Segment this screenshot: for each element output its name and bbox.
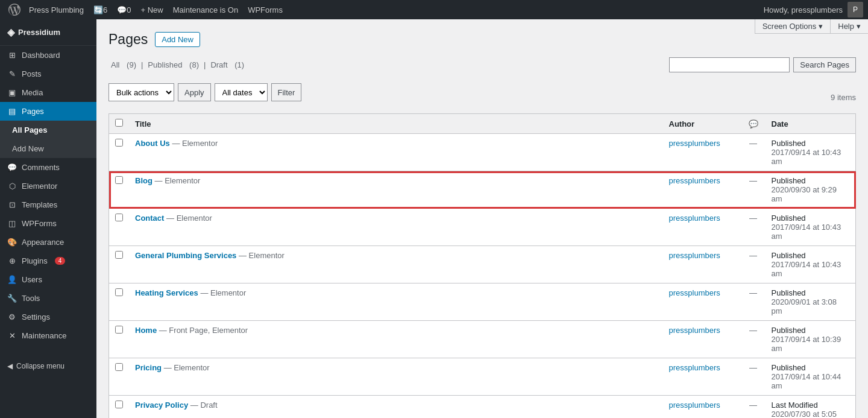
author-link[interactable]: pressplumbers — [669, 326, 720, 335]
sidebar-item-wpforms[interactable]: ◫ WPForms — [0, 214, 96, 233]
row-author-cell: pressplumbers — [663, 209, 741, 246]
table-header-date[interactable]: Date — [766, 114, 856, 134]
admin-bar: Press Plumbing 🔄 6 💬 0 + New Maintenance… — [0, 0, 868, 19]
filter-row: Bulk actions Apply All dates Filter — [108, 83, 301, 101]
collapse-icon: ◀ — [7, 362, 13, 370]
page-title-suffix: — Elementor — [155, 176, 201, 185]
updates-icon: 🔄 — [93, 5, 103, 14]
author-link[interactable]: pressplumbers — [669, 176, 720, 185]
screen-options-button[interactable]: Screen Options ▾ — [755, 19, 831, 34]
adminbar-updates[interactable]: 🔄 6 — [89, 0, 112, 19]
author-link[interactable]: pressplumbers — [669, 214, 720, 223]
settings-icon: ⚙ — [7, 312, 17, 321]
bulk-actions-select[interactable]: Bulk actions — [108, 83, 174, 101]
row-checkbox[interactable] — [115, 363, 123, 371]
comment-dash: — — [749, 401, 757, 410]
sidebar-item-settings[interactable]: ⚙ Settings — [0, 308, 96, 326]
page-title-suffix: — Elementor — [166, 214, 212, 223]
dates-select[interactable]: All dates — [215, 83, 268, 101]
row-checkbox[interactable] — [115, 176, 123, 184]
filter-all-link[interactable]: All (9) — [108, 60, 139, 69]
sidebar-item-users[interactable]: 👤 Users — [0, 270, 96, 289]
sidebar-item-posts[interactable]: ✎ Posts — [0, 65, 96, 83]
sidebar-item-appearance[interactable]: 🎨 Appearance — [0, 233, 96, 252]
row-checkbox[interactable] — [115, 288, 123, 296]
adminbar-wpforms[interactable]: WPForms — [243, 0, 288, 19]
page-title-link[interactable]: Home — [135, 326, 157, 335]
search-pages-button[interactable]: Search Pages — [793, 57, 856, 72]
row-date-cell: Published 2017/09/14 at 10:44 am — [766, 358, 856, 396]
page-title-link[interactable]: Heating Services — [135, 288, 198, 297]
filter-button[interactable]: Filter — [271, 83, 302, 101]
pages-table: Title Author 💬 Date — [108, 113, 856, 418]
sidebar-item-plugins[interactable]: ⊕ Plugins 4 — [0, 252, 96, 270]
page-title-link[interactable]: Blog — [135, 176, 153, 185]
row-checkbox[interactable] — [115, 139, 123, 147]
add-new-button[interactable]: Add New — [155, 32, 200, 47]
author-link[interactable]: pressplumbers — [669, 288, 720, 297]
sidebar-item-pages[interactable]: ▤ Pages — [0, 102, 96, 121]
row-comment-cell: — — [741, 209, 766, 246]
author-link[interactable]: pressplumbers — [669, 139, 720, 148]
sidebar-item-dashboard[interactable]: ⊞ Dashboard — [0, 46, 96, 65]
adminbar-comments[interactable]: 💬 0 — [112, 0, 136, 19]
table-row: Blog — Elementor pressplumbers — Publish… — [109, 171, 856, 209]
search-pages-input[interactable] — [669, 57, 790, 72]
chevron-down-icon: ▾ — [819, 22, 823, 31]
filter-published-link[interactable]: Published (8) — [145, 60, 201, 69]
author-link[interactable]: pressplumbers — [669, 363, 720, 372]
table-header-comments[interactable]: 💬 — [741, 114, 766, 134]
row-comment-cell: — — [741, 283, 766, 321]
page-title-link[interactable]: Privacy Policy — [135, 401, 188, 410]
chevron-down-icon: ▾ — [857, 22, 861, 31]
wp-logo[interactable] — [5, 0, 24, 19]
sidebar-brand: ◈ Pressidium — [0, 19, 96, 46]
sidebar-item-media[interactable]: ▣ Media — [0, 83, 96, 102]
row-title-cell: About Us — Elementor — [129, 134, 663, 171]
row-checkbox[interactable] — [115, 401, 123, 408]
sidebar-item-templates[interactable]: ⊡ Templates — [0, 195, 96, 214]
date-value: 2017/09/14 at 10:43 am — [772, 223, 841, 241]
row-checkbox[interactable] — [115, 326, 123, 334]
date-value: 2017/09/14 at 10:44 am — [772, 372, 841, 390]
table-header-author[interactable]: Author — [663, 114, 741, 134]
top-right-bar: Screen Options ▾ Help ▾ — [755, 19, 868, 34]
author-link[interactable]: pressplumbers — [669, 401, 720, 410]
row-comment-cell: — — [741, 358, 766, 396]
page-title-link[interactable]: Contact — [135, 214, 164, 223]
adminbar-maintenance[interactable]: Maintenance is On — [168, 0, 243, 19]
sidebar-item-all-pages[interactable]: All Pages — [0, 121, 96, 139]
row-checkbox[interactable] — [115, 214, 123, 221]
filter-draft-link[interactable]: Draft (1) — [208, 60, 247, 69]
row-checkbox[interactable] — [115, 251, 123, 259]
adminbar-site-name[interactable]: Press Plumbing — [24, 0, 89, 19]
sidebar-item-elementor[interactable]: ⬡ Elementor — [0, 177, 96, 195]
templates-icon: ⊡ — [7, 200, 17, 209]
adminbar-howdy[interactable]: Howdy, pressplumbers — [759, 0, 848, 19]
help-button[interactable]: Help ▾ — [830, 19, 868, 34]
sidebar-item-maintenance[interactable]: ✕ Maintenance — [0, 326, 96, 345]
table-header-title[interactable]: Title — [129, 114, 663, 134]
date-status: Published — [772, 139, 806, 148]
date-value: 2017/09/14 at 10:39 am — [772, 335, 841, 353]
sidebar: ◈ Pressidium ⊞ Dashboard ✎ Posts ▣ Media… — [0, 19, 96, 418]
comment-dash: — — [749, 326, 757, 335]
page-title-link[interactable]: General Plumbing Services — [135, 251, 236, 260]
row-checkbox-cell — [109, 358, 130, 396]
author-link[interactable]: pressplumbers — [669, 251, 720, 260]
sidebar-item-add-new[interactable]: Add New — [0, 139, 96, 158]
date-status: Published — [772, 326, 806, 335]
page-title-link[interactable]: Pricing — [135, 363, 162, 372]
comment-dash: — — [749, 214, 757, 223]
sidebar-item-comments[interactable]: 💬 Comments — [0, 158, 96, 177]
pages-icon: ▤ — [7, 107, 17, 116]
adminbar-new[interactable]: + New — [136, 0, 168, 19]
elementor-icon: ⬡ — [7, 182, 17, 191]
apply-button[interactable]: Apply — [178, 83, 211, 101]
page-title-link[interactable]: About Us — [135, 139, 170, 148]
collapse-menu-button[interactable]: ◀ Collapse menu — [0, 357, 96, 375]
select-all-checkbox[interactable] — [115, 119, 123, 127]
sidebar-item-tools[interactable]: 🔧 Tools — [0, 289, 96, 308]
plugins-icon: ⊕ — [7, 256, 17, 265]
adminbar-avatar[interactable]: P — [848, 2, 863, 17]
